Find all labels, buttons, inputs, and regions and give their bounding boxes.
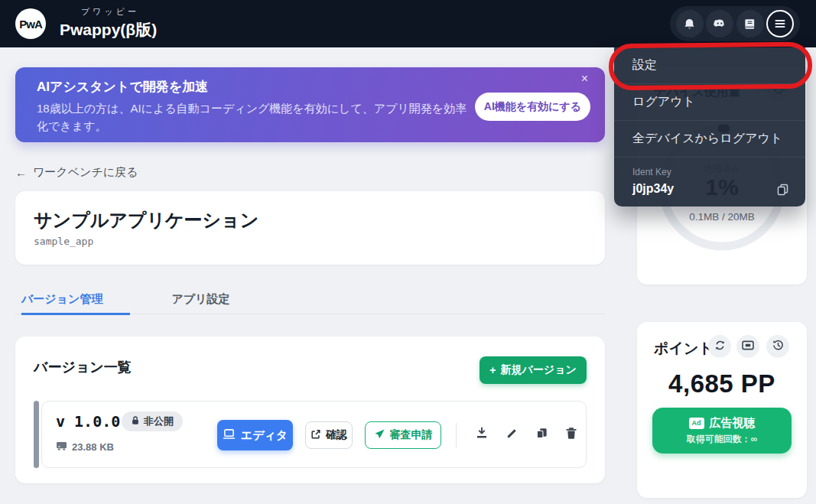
editor-button[interactable]: エディタ <box>217 420 293 450</box>
ticket-icon <box>742 340 754 353</box>
pencil-icon <box>506 427 519 443</box>
ident-key-label: Ident Key <box>632 167 787 177</box>
app-title-furigana: プワッピー <box>81 6 157 18</box>
new-version-label: 新規バージョン <box>500 363 576 377</box>
version-size: 23.88 KB <box>56 441 114 453</box>
menu-item-logout-all-devices[interactable]: 全デバイスからログアウト <box>614 121 805 158</box>
points-title: ポイント <box>654 339 714 359</box>
version-list-card: バージョン一覧 + 新規バージョン v 1.0.0 非公開 23.88 KB <box>15 337 605 483</box>
app-tabs: バージョン管理 アプリ設定 <box>15 289 605 314</box>
menu-item-logout[interactable]: ログアウト <box>614 84 805 121</box>
back-arrow-icon: ← <box>15 166 27 179</box>
watch-ad-label: 広告視聴 <box>710 416 756 431</box>
ident-key-value: j0jp34y <box>632 182 787 196</box>
watch-ad-button[interactable]: Ad 広告視聴 取得可能回数：∞ <box>652 408 792 454</box>
delete-version-button[interactable] <box>558 421 584 447</box>
header-actions <box>670 6 800 41</box>
copy-icon <box>777 185 788 198</box>
discord-button[interactable] <box>706 10 733 37</box>
points-ticket-button[interactable] <box>736 335 759 358</box>
review-button-label: 審査申請 <box>390 428 433 442</box>
status-badge: 非公開 <box>122 411 183 431</box>
menu-button[interactable] <box>766 10 794 37</box>
points-history-button[interactable] <box>766 335 789 358</box>
actions-divider <box>456 423 457 447</box>
download-version-button[interactable] <box>469 421 495 447</box>
menu-item-settings[interactable]: 設定 <box>614 47 805 84</box>
version-list-title: バージョン一覧 <box>34 358 132 376</box>
notifications-button[interactable] <box>676 10 704 37</box>
ai-banner-title: AIアシスタントで開発を加速 <box>37 78 208 96</box>
send-icon <box>374 428 385 442</box>
app-title-block: プワッピー Pwappy(β版) <box>60 6 157 41</box>
book-icon <box>743 18 756 31</box>
storage-usage-value: 0.1MB / 20MB <box>637 211 807 223</box>
banner-close-icon[interactable]: × <box>581 72 588 86</box>
version-row-accent <box>34 401 39 468</box>
back-link-label: ワークベンチに戻る <box>33 165 138 180</box>
editor-button-label: エディタ <box>241 428 288 443</box>
version-number: v 1.0.0 <box>56 412 120 431</box>
copy-ident-key-button[interactable] <box>777 184 788 199</box>
app-slug: sample_app <box>34 236 93 247</box>
confirm-button[interactable]: 確認 <box>305 421 353 449</box>
points-refresh-button[interactable] <box>708 335 731 358</box>
storage-chip-icon <box>56 441 67 453</box>
new-version-button[interactable]: + 新規バージョン <box>480 356 587 384</box>
app-logo[interactable]: PwA <box>15 8 46 39</box>
app-info-card: サンプルアプリケーション sample_app <box>15 191 605 265</box>
laptop-icon <box>223 428 236 442</box>
ai-banner-body: 18歳以上の方は、AIによる自動コーディング機能を有効にして、アプリ開発を効率化… <box>37 99 473 135</box>
refresh-icon <box>714 340 726 354</box>
tab-version-management[interactable]: バージョン管理 <box>21 289 130 315</box>
download-icon <box>475 426 489 443</box>
history-clock-icon <box>772 340 784 354</box>
tab-app-settings[interactable]: アプリ設定 <box>164 289 237 314</box>
logo-text: PwA <box>19 18 42 31</box>
status-badge-label: 非公開 <box>144 415 174 428</box>
confirm-button-label: 確認 <box>326 428 347 442</box>
watch-ad-sublabel: 取得可能回数：∞ <box>687 433 758 446</box>
ai-banner: AIアシスタントで開発を加速 18歳以上の方は、AIによる自動コーディング機能を… <box>15 67 605 142</box>
trash-icon <box>565 427 577 443</box>
version-row: v 1.0.0 非公開 23.88 KB エディタ <box>41 401 587 468</box>
discord-icon <box>713 17 727 31</box>
bell-icon <box>683 18 696 31</box>
hamburger-icon <box>774 18 786 30</box>
plus-icon: + <box>489 364 496 376</box>
copy-icon <box>535 427 548 443</box>
review-request-button[interactable]: 審査申請 <box>365 421 441 449</box>
points-value: 4,685 PP <box>637 369 807 398</box>
enable-ai-button[interactable]: AI機能を有効にする <box>475 93 590 121</box>
app-header: PwA プワッピー Pwappy(β版) <box>0 0 816 47</box>
lock-icon <box>131 415 140 428</box>
external-link-icon <box>310 429 321 442</box>
back-to-workbench-link[interactable]: ← ワークベンチに戻る <box>15 165 138 180</box>
app-title: Pwappy(β版) <box>60 19 157 41</box>
duplicate-version-button[interactable] <box>528 421 554 447</box>
docs-button[interactable] <box>736 10 764 37</box>
ident-key-section: Ident Key j0jp34y <box>614 158 805 196</box>
edit-version-button[interactable] <box>499 421 525 447</box>
account-dropdown-menu: 設定 ログアウト 全デバイスからログアウト Ident Key j0jp34y <box>614 47 805 206</box>
app-name: サンプルアプリケーション <box>34 208 258 232</box>
points-card: ポイント 4,685 PP Ad 広告視聴 取得可能回数：∞ <box>637 322 807 498</box>
page: PwA プワッピー Pwappy(β版) <box>0 0 816 504</box>
ad-icon: Ad <box>689 418 704 429</box>
version-size-label: 23.88 KB <box>72 441 114 453</box>
